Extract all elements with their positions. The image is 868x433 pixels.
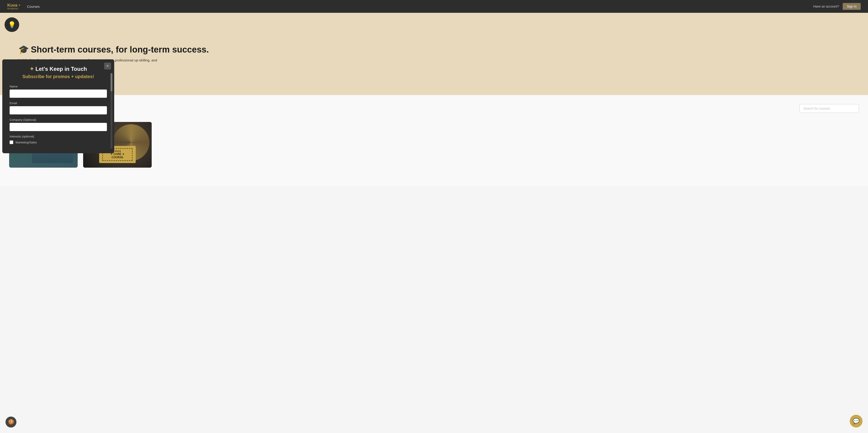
have-account-text: Have an account?: [813, 5, 839, 8]
marketing-sales-label: Marketing/Sales: [16, 141, 37, 144]
modal-title: ✦Let's Keep in Touch: [9, 66, 107, 72]
company-input[interactable]: [9, 123, 107, 131]
modal-star-icon: ✦: [29, 66, 34, 72]
subscribe-modal: × ✦Let's Keep in Touch Subscribe for pro…: [2, 59, 114, 153]
modal-title-text: Let's Keep in Touch: [35, 66, 87, 72]
name-input[interactable]: [9, 90, 107, 98]
interests-form-group: Interests (optional) Marketing/Sales: [9, 135, 107, 144]
email-label: Email: [9, 101, 107, 105]
modal-close-button[interactable]: ×: [104, 63, 111, 69]
hero-title-text: Short-term courses, for long-term succes…: [31, 45, 209, 54]
content-area: FREE ✦ CORE ✦ COURSE: [0, 95, 868, 186]
name-label: Name: [9, 85, 107, 88]
navbar-left: Kuva ✦ Academy Courses: [7, 3, 40, 10]
nav-courses-link[interactable]: Courses: [27, 5, 40, 8]
logo[interactable]: Kuva ✦ Academy: [7, 3, 21, 10]
company-label: Company (Optional): [9, 118, 107, 122]
navbar: Kuva ✦ Academy Courses Have an account? …: [0, 0, 868, 13]
cards-row: FREE ✦ CORE ✦ COURSE: [9, 122, 859, 167]
hero-title: 🎓Short-term courses, for long-term succe…: [18, 44, 209, 55]
logo-diamond-icon: ✦: [18, 4, 21, 7]
sign-in-button[interactable]: Sign in: [843, 3, 861, 10]
marketing-sales-row: Marketing/Sales: [9, 141, 107, 144]
graduation-cap-icon: 🎓: [18, 45, 29, 54]
modal-subtitle: Subscribe for promos + updates!: [9, 74, 107, 79]
email-form-group: Email: [9, 101, 107, 115]
ticket-course-label: COURSE: [104, 156, 130, 159]
scrollbar-thumb[interactable]: [111, 73, 113, 91]
logo-subtitle: Academy: [7, 7, 19, 10]
search-row: [9, 104, 859, 113]
scrollbar-track[interactable]: [111, 73, 113, 149]
logo-block: Kuva ✦ Academy: [7, 3, 21, 10]
search-input[interactable]: [800, 104, 859, 113]
email-input[interactable]: [9, 106, 107, 115]
logo-name: Kuva: [7, 3, 18, 7]
hero-section: 💡 🎓Short-term courses, for long-term suc…: [0, 13, 868, 95]
logo-top: Kuva ✦: [7, 3, 21, 7]
marketing-sales-checkbox[interactable]: [9, 141, 13, 144]
hero-bulb-icon: 💡: [5, 18, 19, 32]
interests-label: Interests (optional): [9, 135, 107, 138]
name-form-group: Name: [9, 85, 107, 98]
company-form-group: Company (Optional): [9, 118, 107, 131]
bulb-emoji: 💡: [8, 21, 16, 29]
navbar-right: Have an account? Sign in: [813, 3, 861, 10]
